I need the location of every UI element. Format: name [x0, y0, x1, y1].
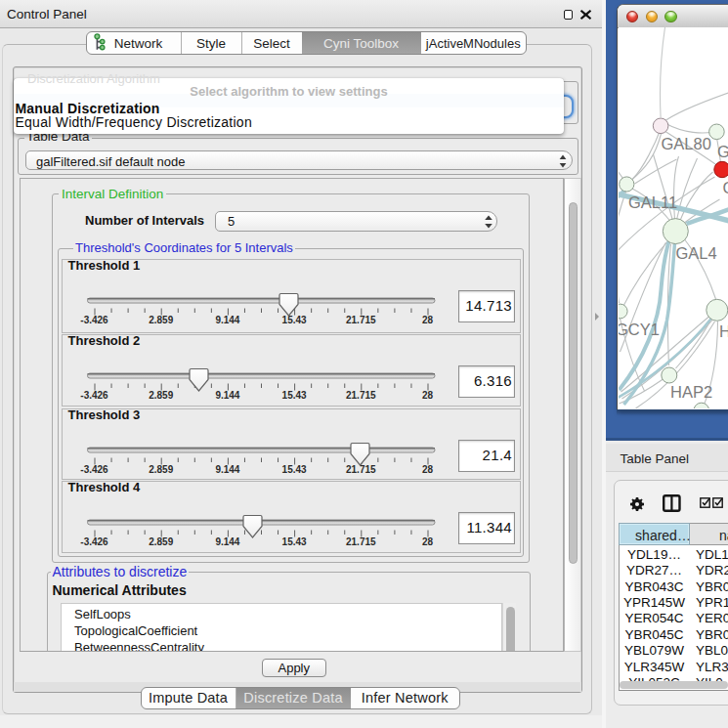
svg-text:GAL4: GAL4 [675, 244, 716, 262]
svg-text:CDC: CDC [722, 179, 728, 196]
svg-text:GCY1: GCY1 [619, 321, 660, 338]
svg-text:9.144: 9.144 [215, 315, 239, 325]
svg-text:GAL11: GAL11 [628, 193, 677, 211]
svg-text:28: 28 [421, 315, 433, 325]
svg-text:GAL80: GAL80 [661, 135, 710, 152]
svg-text:-3.426: -3.426 [80, 464, 108, 475]
svg-text:2.859: 2.859 [149, 390, 173, 401]
svg-text:21.715: 21.715 [346, 464, 376, 475]
svg-text:HIS: HIS [719, 322, 728, 340]
svg-text:28: 28 [421, 464, 433, 475]
svg-text:9.144: 9.144 [215, 536, 239, 547]
svg-text:9.144: 9.144 [215, 464, 239, 475]
svg-text:GAL7: GAL7 [717, 143, 728, 160]
svg-text:2.859: 2.859 [149, 464, 173, 475]
svg-text:9.144: 9.144 [215, 390, 239, 401]
svg-text:-3.426: -3.426 [80, 315, 108, 325]
svg-text:21.715: 21.715 [346, 315, 376, 325]
svg-text:21.715: 21.715 [346, 390, 376, 401]
svg-text:15.43: 15.43 [281, 536, 306, 547]
svg-text:2.859: 2.859 [149, 536, 173, 547]
svg-text:2.859: 2.859 [149, 315, 173, 325]
svg-text:15.43: 15.43 [281, 390, 306, 401]
svg-text:-3.426: -3.426 [80, 536, 108, 547]
svg-text:28: 28 [421, 536, 433, 547]
svg-text:-3.426: -3.426 [80, 390, 108, 401]
svg-text:15.43: 15.43 [281, 315, 306, 325]
svg-text:15.43: 15.43 [281, 464, 306, 475]
svg-text:28: 28 [421, 390, 433, 401]
svg-text:21.715: 21.715 [346, 536, 376, 547]
svg-text:HAP2: HAP2 [670, 383, 712, 401]
